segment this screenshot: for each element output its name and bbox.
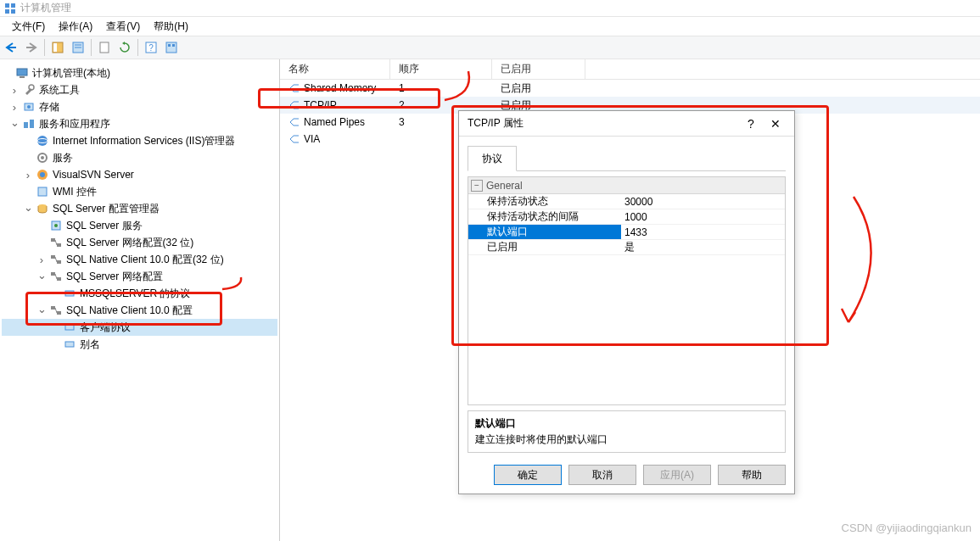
prop-default-port[interactable]: 默认端口 1433 <box>468 225 785 240</box>
export-button[interactable] <box>95 38 114 57</box>
svg-line-42 <box>55 274 57 279</box>
svg-rect-15 <box>168 44 171 47</box>
properties-button[interactable] <box>69 38 87 57</box>
watermark: CSDN @yijiaodingqiankun <box>842 521 972 534</box>
help-button[interactable]: ? <box>142 38 160 57</box>
list-row-shared-memory[interactable]: Shared Memory 1 已启用 <box>280 80 980 97</box>
svg-line-46 <box>55 308 57 313</box>
protocol-icon <box>288 116 300 128</box>
svg-rect-11 <box>100 42 109 53</box>
menu-view[interactable]: 查看(V) <box>99 18 147 36</box>
svg-rect-3 <box>11 9 15 14</box>
nav-forward-button[interactable] <box>22 38 41 57</box>
tree-sql-config-mgr[interactable]: SQL Server 配置管理器 <box>2 200 277 217</box>
nav-back-button[interactable] <box>2 38 20 57</box>
svg-rect-2 <box>5 9 9 14</box>
view-mode-button[interactable] <box>162 38 181 57</box>
sql-services-icon <box>49 219 63 232</box>
computer-icon <box>15 66 29 80</box>
dialog-title-text: TCP/IP 属性 <box>468 116 740 131</box>
svg-rect-41 <box>57 277 61 281</box>
window-titlebar: 计算机管理 <box>0 0 980 17</box>
menu-file[interactable]: 文件(F) <box>5 18 52 36</box>
col-enabled[interactable]: 已启用 <box>492 59 585 79</box>
svg-rect-47 <box>65 325 74 330</box>
tree-wmi[interactable]: WMI 控件 <box>2 183 277 200</box>
help-text: 建立连接时将使用的默认端口 <box>475 432 778 447</box>
prop-keepalive[interactable]: 保持活动状态 30000 <box>468 194 785 209</box>
svg-rect-38 <box>57 260 61 264</box>
tree-sql-network-32[interactable]: SQL Server 网络配置(32 位) <box>2 234 277 251</box>
help-title: 默认端口 <box>475 416 778 431</box>
tree-root[interactable]: 计算机管理(本地) <box>2 64 277 81</box>
protocol-icon <box>63 287 76 300</box>
prop-enabled[interactable]: 已启用 是 <box>468 240 785 255</box>
tree-services-apps[interactable]: 服务和应用程序 <box>2 115 277 132</box>
wrench-icon <box>22 83 36 97</box>
svg-rect-7 <box>53 43 57 52</box>
tree-system-tools[interactable]: 系统工具 <box>2 81 277 98</box>
protocol-icon <box>288 133 300 145</box>
tree-native-client[interactable]: SQL Native Client 10.0 配置 <box>2 302 277 319</box>
dialog-close-icon[interactable]: ✕ <box>762 117 789 131</box>
svg-rect-23 <box>30 120 34 128</box>
svg-point-33 <box>54 224 58 227</box>
dialog-buttons: 确定 取消 应用(A) 帮助 <box>459 456 794 494</box>
toolbar-divider <box>44 39 45 56</box>
network-icon <box>49 236 63 249</box>
col-name[interactable]: 名称 <box>280 59 390 79</box>
collapse-icon[interactable]: − <box>471 180 483 192</box>
tcpip-properties-dialog: TCP/IP 属性 ? ✕ 协议 − General 保持活动状态 30000 … <box>458 110 795 494</box>
svg-point-24 <box>37 136 48 146</box>
col-order[interactable]: 顺序 <box>390 59 492 79</box>
svg-rect-17 <box>17 69 27 75</box>
tree-native-client-32[interactable]: SQL Native Client 10.0 配置(32 位) <box>2 251 277 268</box>
prop-keepalive-interval[interactable]: 保持活动状态的间隔 1000 <box>468 209 785 225</box>
refresh-button[interactable] <box>115 38 134 57</box>
show-hide-tree-button[interactable] <box>48 38 67 57</box>
svg-rect-0 <box>5 3 9 8</box>
toolbar: ? <box>0 36 980 59</box>
menu-help[interactable]: 帮助(H) <box>147 18 195 36</box>
storage-icon <box>22 100 36 114</box>
svg-rect-14 <box>166 42 176 53</box>
tree-client-protocol[interactable]: 客户端协议 <box>2 319 277 336</box>
apply-button[interactable]: 应用(A) <box>643 465 711 485</box>
window-title: 计算机管理 <box>20 1 71 15</box>
svg-line-36 <box>55 240 57 245</box>
wmi-icon <box>36 185 49 198</box>
ok-button[interactable]: 确定 <box>494 465 562 485</box>
dialog-help-icon[interactable]: ? <box>740 117 762 131</box>
toolbar-divider <box>137 39 138 56</box>
tree-sql-services[interactable]: SQL Server 服务 <box>2 217 277 234</box>
tree-visualsvn[interactable]: VisualSVN Server <box>2 166 277 183</box>
dialog-titlebar[interactable]: TCP/IP 属性 ? ✕ <box>459 111 794 137</box>
services-icon <box>22 117 36 131</box>
svg-rect-22 <box>24 122 28 128</box>
gear-icon <box>36 151 49 165</box>
tab-protocol[interactable]: 协议 <box>468 146 517 171</box>
svg-rect-37 <box>51 255 55 259</box>
toolbar-divider <box>91 39 92 56</box>
svg-rect-16 <box>172 44 175 47</box>
help-button[interactable]: 帮助 <box>718 465 786 485</box>
native-client-icon <box>49 304 63 317</box>
property-category[interactable]: − General <box>468 177 785 194</box>
native-client-icon <box>49 253 63 266</box>
svg-rect-34 <box>51 238 55 242</box>
menubar: 文件(F) 操作(A) 查看(V) 帮助(H) <box>0 17 980 36</box>
iis-icon <box>36 134 49 148</box>
svg-rect-40 <box>51 272 55 276</box>
property-grid[interactable]: − General 保持活动状态 30000 保持活动状态的间隔 1000 默认… <box>468 176 786 405</box>
tree-alias[interactable]: 别名 <box>2 336 277 353</box>
tree-mssql-protocol[interactable]: MSSQLSERVER 的协议 <box>2 285 277 302</box>
navigation-tree[interactable]: 计算机管理(本地) 系统工具 存储 服务和应用程序 Internet Infor <box>0 61 279 356</box>
cancel-button[interactable]: 取消 <box>568 465 636 485</box>
tree-storage[interactable]: 存储 <box>2 98 277 115</box>
menu-action[interactable]: 操作(A) <box>52 18 99 36</box>
alias-icon <box>63 337 76 351</box>
visualsvn-icon <box>36 168 49 181</box>
tree-iis[interactable]: Internet Information Services (IIS)管理器 <box>2 132 277 149</box>
tree-sql-network[interactable]: SQL Server 网络配置 <box>2 268 277 285</box>
tree-services[interactable]: 服务 <box>2 149 277 166</box>
